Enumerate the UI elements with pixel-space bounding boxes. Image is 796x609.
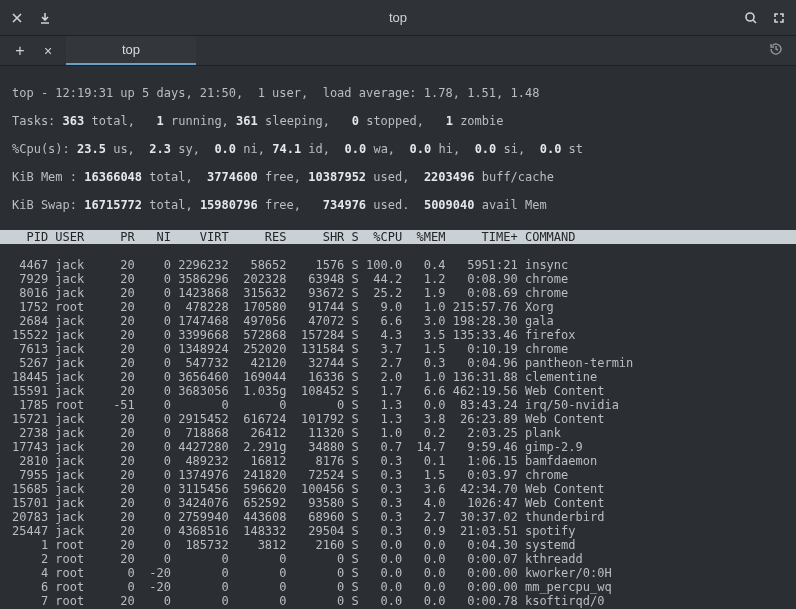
- table-row: 15721 jack 20 0 2915452 616724 101792 S …: [12, 412, 784, 426]
- window-title: top: [52, 10, 744, 25]
- download-icon[interactable]: [38, 11, 52, 25]
- table-row: 2738 jack 20 0 718868 26412 11320 S 1.0 …: [12, 426, 784, 440]
- table-row: 7929 jack 20 0 3586296 202328 63948 S 44…: [12, 272, 784, 286]
- tab-label: top: [122, 42, 140, 57]
- new-tab-button[interactable]: +: [6, 36, 34, 65]
- table-row: 1 root 20 0 185732 3812 2160 S 0.0 0.0 0…: [12, 538, 784, 552]
- process-list: 4467 jack 20 0 2296232 58652 1576 S 100.…: [12, 258, 784, 609]
- table-row: 18445 jack 20 0 3656460 169044 16336 S 2…: [12, 370, 784, 384]
- table-row: 25447 jack 20 0 4368516 148332 29504 S 0…: [12, 524, 784, 538]
- table-row: 7613 jack 20 0 1348924 252020 131584 S 3…: [12, 342, 784, 356]
- table-row: 2810 jack 20 0 489232 16812 8176 S 0.3 0…: [12, 454, 784, 468]
- table-row: 7955 jack 20 0 1374976 241820 72524 S 0.…: [12, 468, 784, 482]
- summary-line-uptime: top - 12:19:31 up 5 days, 21:50, 1 user,…: [12, 86, 784, 100]
- table-row: 1785 root -51 0 0 0 0 S 1.3 0.0 83:43.24…: [12, 398, 784, 412]
- table-row: 2 root 20 0 0 0 0 S 0.0 0.0 0:00.07 kthr…: [12, 552, 784, 566]
- table-row: 20783 jack 20 0 2759940 443608 68960 S 0…: [12, 510, 784, 524]
- table-row: 15701 jack 20 0 3424076 652592 93580 S 0…: [12, 496, 784, 510]
- table-row: 17743 jack 20 0 4427280 2.291g 34880 S 0…: [12, 440, 784, 454]
- summary-line-mem: KiB Mem : 16366048 total, 3774600 free, …: [12, 170, 784, 184]
- window-titlebar: top: [0, 0, 796, 36]
- summary-line-swap: KiB Swap: 16715772 total, 15980796 free,…: [12, 198, 784, 212]
- table-row: 15685 jack 20 0 3115456 596620 100456 S …: [12, 482, 784, 496]
- table-row: 4 root 0 -20 0 0 0 S 0.0 0.0 0:00.00 kwo…: [12, 566, 784, 580]
- table-row: 5267 jack 20 0 547732 42120 32744 S 2.7 …: [12, 356, 784, 370]
- terminal-output[interactable]: top - 12:19:31 up 5 days, 21:50, 1 user,…: [0, 66, 796, 609]
- table-row: 1752 root 20 0 478228 170580 91744 S 9.0…: [12, 300, 784, 314]
- process-table-header: PID USER PR NI VIRT RES SHR S %CPU %MEM …: [0, 230, 796, 244]
- history-icon[interactable]: [768, 41, 784, 60]
- table-row: 6 root 0 -20 0 0 0 S 0.0 0.0 0:00.00 mm_…: [12, 580, 784, 594]
- table-row: 15522 jack 20 0 3399668 572868 157284 S …: [12, 328, 784, 342]
- search-icon[interactable]: [744, 11, 758, 25]
- summary-line-cpu: %Cpu(s): 23.5 us, 2.3 sy, 0.0 ni, 74.1 i…: [12, 142, 784, 156]
- maximize-icon[interactable]: [772, 11, 786, 25]
- close-icon[interactable]: [10, 11, 24, 25]
- summary-line-tasks: Tasks: 363 total, 1 running, 361 sleepin…: [12, 114, 784, 128]
- table-row: 4467 jack 20 0 2296232 58652 1576 S 100.…: [12, 258, 784, 272]
- tab-bar: + × top: [0, 36, 796, 66]
- close-tab-icon[interactable]: ×: [34, 36, 62, 65]
- svg-point-0: [746, 13, 754, 21]
- tab-top[interactable]: top: [66, 36, 196, 65]
- table-row: 8016 jack 20 0 1423868 315632 93672 S 25…: [12, 286, 784, 300]
- table-row: 7 root 20 0 0 0 0 S 0.0 0.0 0:00.78 ksof…: [12, 594, 784, 608]
- table-row: 2684 jack 20 0 1747468 497056 47072 S 6.…: [12, 314, 784, 328]
- table-row: 15591 jack 20 0 3683056 1.035g 108452 S …: [12, 384, 784, 398]
